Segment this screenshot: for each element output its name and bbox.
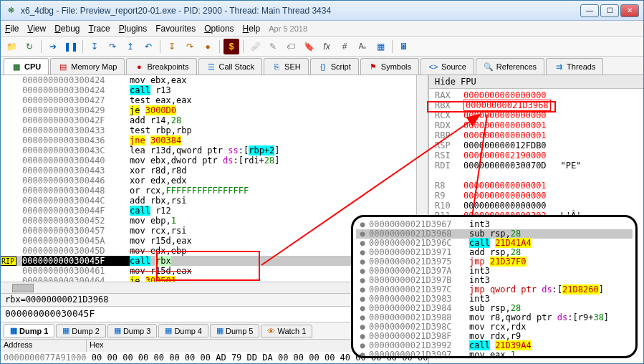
tab-references[interactable]: 🔍References: [476, 58, 544, 75]
register-row[interactable]: RDI000000000030070D"PE": [435, 161, 638, 171]
tab-call-stack[interactable]: ☰Call Stack: [198, 58, 263, 75]
tab-dump4[interactable]: ▦Dump 4: [158, 324, 208, 337]
disasm-row[interactable]: 000000000030042Fadd r14,28: [1, 115, 416, 125]
rip-label: RIP: [1, 257, 16, 266]
register-row[interactable]: RBX00000000021D3968: [435, 100, 638, 110]
register-row[interactable]: RCX0000000000000000: [435, 110, 638, 120]
disasm-row[interactable]: 0000000000300448or rcx,FFFFFFFFFFFFFFFF: [1, 186, 416, 196]
register-row[interactable]: RSP000000000012FDB0: [435, 140, 638, 150]
step-out-icon[interactable]: ↥: [122, 39, 138, 54]
tab-script[interactable]: {}Script: [310, 58, 359, 75]
register-row[interactable]: RAX0000000000000000: [435, 90, 638, 100]
register-row[interactable]: R100000000000000000: [435, 201, 638, 211]
restart-icon[interactable]: ↻: [21, 39, 37, 54]
settings-icon[interactable]: ▦: [373, 39, 388, 54]
disasm-row[interactable]: 000000000030044Cadd rbx,rsi: [1, 196, 416, 206]
step-over-icon[interactable]: ↷: [105, 39, 120, 54]
minimize-button[interactable]: —: [580, 4, 599, 17]
inset-panel: ●00000000021D3967int3●00000000021D3968su…: [351, 215, 638, 358]
inset-row: ●00000000021D3997mov eax,1: [356, 350, 633, 358]
register-row[interactable]: R90000000000000000: [435, 191, 638, 201]
tab-dump5[interactable]: ▦Dump 5: [210, 324, 260, 337]
menu-plugins[interactable]: Plugins: [119, 24, 147, 34]
tab-watch1[interactable]: 👁Watch 1: [261, 325, 312, 337]
hide-fpu-button[interactable]: Hide FPU: [429, 75, 643, 89]
comment-icon[interactable]: ✎: [265, 39, 281, 54]
hash-icon[interactable]: #: [337, 39, 352, 54]
az-icon[interactable]: Aₐ: [355, 39, 370, 54]
fx-icon[interactable]: fx: [319, 39, 335, 54]
toolbar: 📁 ↻ ➔ ❚❚ ↧ ↷ ↥ ↶ ↧ ↷ ● $ 🩹 ✎ 🏷 🔖 fx # Aₐ…: [1, 37, 643, 57]
trace-into-icon[interactable]: ↧: [164, 39, 180, 54]
scylla-icon[interactable]: $: [224, 39, 239, 54]
register-row[interactable]: R80000000000000001: [435, 181, 638, 191]
trace-record-icon[interactable]: ●: [200, 39, 216, 54]
disasm-row[interactable]: 0000000000300424call r13: [1, 85, 416, 95]
patch-icon[interactable]: 🩹: [247, 39, 263, 54]
menubar: File View Debug Trace Plugins Favourites…: [1, 21, 643, 37]
tab-dump1[interactable]: ▦Dump 1: [4, 324, 54, 337]
disasm-row[interactable]: 0000000000300446xor edx,edx: [1, 176, 416, 186]
register-row[interactable]: [435, 171, 638, 181]
disasm-row[interactable]: 0000000000300429je 3000D0: [1, 105, 416, 115]
disasm-row[interactable]: 0000000000300436jne 300384: [1, 135, 416, 145]
disasm-row[interactable]: 0000000000300443xor r8d,r8d: [1, 166, 416, 176]
step-back-icon[interactable]: ↶: [140, 39, 156, 54]
tab-source[interactable]: <>Source: [420, 58, 474, 75]
tab-dump3[interactable]: ▦Dump 3: [107, 324, 158, 337]
menu-file[interactable]: File: [5, 24, 19, 34]
tab-seh[interactable]: ⎘SEH: [264, 58, 309, 75]
label-icon[interactable]: 🏷: [283, 39, 299, 54]
tab-cpu[interactable]: ▦CPU: [4, 58, 49, 75]
tab-breakpoints[interactable]: ●Breakpoints: [126, 58, 196, 75]
disasm-row[interactable]: 000000000030043Clea r13d,qword ptr ss:[r…: [1, 145, 416, 155]
menu-favourites[interactable]: Favourites: [155, 24, 196, 34]
titlebar: ❋ x6_4dbg - File: Preview_report20-01.ex…: [1, 1, 643, 21]
menu-date: Apr 5 2018: [269, 24, 307, 33]
disasm-row[interactable]: 0000000000300424mov ebx,eax: [1, 75, 416, 85]
window-title: x6_4dbg - File: Preview_report20-01.exe …: [21, 6, 580, 16]
calc-icon[interactable]: 🖩: [396, 39, 412, 54]
disasm-row[interactable]: 000000000030044Fcall r12: [1, 206, 416, 216]
menu-options[interactable]: Options: [204, 24, 234, 34]
trace-over-icon[interactable]: ↷: [182, 39, 198, 54]
bookmark-icon[interactable]: 🔖: [301, 39, 317, 54]
run-icon[interactable]: ➔: [45, 39, 61, 54]
register-row[interactable]: RSI0000000002190000: [435, 150, 638, 161]
disasm-row[interactable]: 0000000000300427test eax,eax: [1, 95, 416, 105]
dump-col-address[interactable]: Address: [1, 340, 87, 352]
pause-icon[interactable]: ❚❚: [63, 39, 79, 54]
step-into-icon[interactable]: ↧: [87, 39, 102, 54]
open-icon[interactable]: 📁: [4, 39, 19, 54]
tab-symbols[interactable]: ⚑Symbols: [360, 58, 419, 75]
register-row[interactable]: RDX0000000000000001: [435, 120, 638, 130]
view-tabs: ▦CPU ▤Memory Map ●Breakpoints ☰Call Stac…: [1, 57, 643, 75]
register-row[interactable]: RBP0000000000000001: [435, 130, 638, 140]
menu-trace[interactable]: Trace: [89, 24, 110, 34]
menu-debug[interactable]: Debug: [54, 24, 80, 34]
app-icon: ❋: [5, 5, 16, 16]
tab-dump2[interactable]: ▦Dump 2: [56, 324, 106, 337]
maximize-button[interactable]: ☐: [600, 4, 619, 17]
close-button[interactable]: ✕: [620, 4, 639, 17]
disasm-row[interactable]: 0000000000300433test rbp,rbp: [1, 125, 416, 135]
disasm-row[interactable]: 0000000000300440mov ebx,dword ptr ds:[rd…: [1, 155, 416, 166]
menu-view[interactable]: View: [27, 24, 46, 34]
tab-memory-map[interactable]: ▤Memory Map: [50, 58, 125, 75]
tab-threads[interactable]: ⇉Threads: [546, 58, 603, 75]
menu-help[interactable]: Help: [243, 24, 261, 34]
